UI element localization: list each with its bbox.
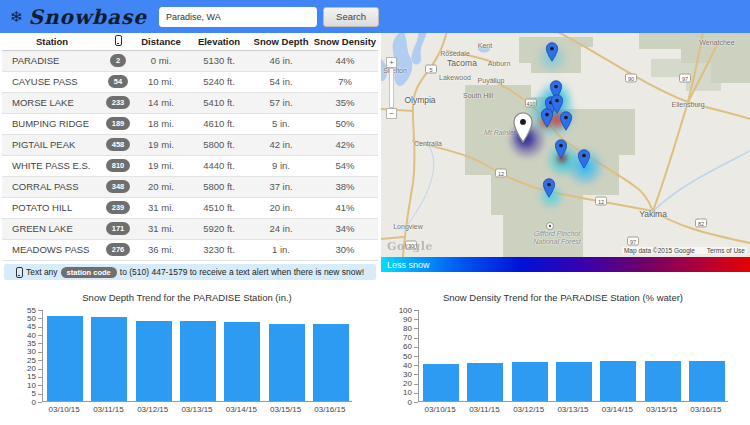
city-label: Puyallup (478, 77, 505, 84)
bar (180, 321, 216, 401)
y-axis-label: 45 (8, 322, 36, 331)
y-axis-label: 100 (384, 306, 412, 315)
y-axis-tick (414, 402, 418, 403)
station-code-badge: 171 (102, 218, 134, 239)
y-axis-tick (414, 310, 418, 311)
y-axis-label: 25 (8, 356, 36, 365)
zoom-in-button[interactable]: + (386, 57, 397, 68)
city-label: Tacoma (447, 58, 477, 68)
station-code-badge: 276 (106, 243, 131, 256)
phone-icon (16, 267, 23, 278)
y-axis-tick (38, 402, 42, 403)
y-axis-tick (414, 365, 418, 366)
map-pin-blue[interactable] (555, 139, 568, 163)
table-row[interactable]: MORSE LAKE23314 mi.5410 ft.57 in.35% (2, 92, 378, 113)
station-name: GREEN LAKE (2, 218, 102, 239)
y-axis-tick (38, 327, 42, 328)
bar (512, 362, 548, 401)
table-header-row: Station Distance Elevation Snow Depth Sn… (2, 33, 378, 50)
x-axis-label: 03/14/15 (219, 405, 263, 414)
legend-label: Less snow (381, 260, 430, 270)
nature-label: Gifford Pinchot (534, 230, 580, 237)
table-row[interactable]: CORRAL PASS34820 mi.5800 ft.37 in.38% (2, 176, 378, 197)
station-code-badge: 239 (106, 201, 131, 214)
elevation-cell: 3230 ft. (188, 239, 250, 260)
zoom-slider[interactable] (389, 68, 394, 108)
table-row[interactable]: GREEN LAKE17131 mi.5920 ft.24 in.34% (2, 218, 378, 239)
y-axis-tick (414, 393, 418, 394)
snow-density-cell: 38% (312, 176, 378, 197)
distance-cell: 31 mi. (134, 197, 188, 218)
snow-density-cell: 30% (312, 239, 378, 260)
map-pin-blue[interactable] (551, 94, 564, 118)
station-code-pill: station code (61, 267, 117, 278)
distance-cell: 20 mi. (134, 176, 188, 197)
bar (136, 321, 172, 401)
y-axis-label: 80 (384, 324, 412, 333)
map-pin-blue[interactable] (578, 149, 591, 173)
map[interactable]: + − Google Map data ©2015 Google Terms o… (381, 33, 750, 257)
distance-cell: 19 mi. (134, 134, 188, 155)
table-row[interactable]: WHITE PASS E.S.81019 mi.4440 ft.9 in.54% (2, 155, 378, 176)
station-code-badge: 810 (106, 159, 131, 172)
snow-depth-cell: 37 in. (250, 176, 312, 197)
map-pin-blue[interactable] (546, 42, 559, 66)
y-axis-label: 50 (384, 352, 412, 361)
map-pin-selected[interactable] (513, 112, 534, 147)
google-watermark: Google (387, 240, 433, 253)
search-button[interactable]: Search (323, 7, 379, 27)
city-label: Wenatchee (699, 39, 734, 46)
y-axis-label: 30 (8, 347, 36, 356)
snow-density-cell: 42% (312, 134, 378, 155)
y-axis-tick (38, 310, 42, 311)
table-row[interactable]: PARADISE20 mi.5130 ft.46 in.44% (2, 50, 378, 71)
snow-density-cell: 50% (312, 113, 378, 134)
x-axis-label: 03/13/15 (175, 405, 219, 414)
station-code-badge: 233 (106, 96, 131, 109)
station-name: BUMPING RIDGE (2, 113, 102, 134)
table-row[interactable]: POTATO HILL23931 mi.4510 ft.20 in.41% (2, 197, 378, 218)
search-input[interactable] (159, 7, 317, 27)
snow-depth-cell: 5 in. (250, 113, 312, 134)
y-axis-tick (38, 377, 42, 378)
bar (423, 364, 459, 401)
station-code-badge: 239 (102, 197, 134, 218)
snow-depth-cell: 1 in. (250, 239, 312, 260)
table-row[interactable]: PIGTAIL PEAK45819 mi.5800 ft.42 in.42% (2, 134, 378, 155)
map-pin-blue[interactable] (543, 178, 556, 202)
y-axis-tick (414, 347, 418, 348)
station-name: POTATO HILL (2, 197, 102, 218)
bar (224, 322, 260, 401)
y-axis-tick (414, 328, 418, 329)
terms-link[interactable]: Terms of Use (707, 247, 745, 254)
y-axis-label: 0 (8, 398, 36, 407)
station-name: CAYUSE PASS (2, 71, 102, 92)
stations-table: Station Distance Elevation Snow Depth Sn… (0, 33, 380, 261)
snow-depth-cell: 42 in. (250, 134, 312, 155)
station-code-badge: 189 (102, 113, 134, 134)
x-axis-label: 03/10/15 (418, 405, 462, 414)
road-shield: 97 (679, 74, 691, 83)
alert-text-after: to (510) 447-1579 to receive a text aler… (120, 267, 364, 277)
alert-text-before: Text any (26, 267, 58, 277)
zoom-out-button[interactable]: − (386, 108, 397, 119)
city-label: Olympia (404, 95, 435, 105)
table-row[interactable]: MEADOWS PASS27636 mi.3230 ft.1 in.30% (2, 239, 378, 260)
distance-cell: 14 mi. (134, 92, 188, 113)
x-axis-label: 03/10/15 (42, 405, 86, 414)
table-row[interactable]: BUMPING RIDGE18918 mi.4610 ft.5 in.50% (2, 113, 378, 134)
snow-density-cell: 41% (312, 197, 378, 218)
station-code-badge: 171 (106, 222, 131, 235)
elevation-cell: 4610 ft. (188, 113, 250, 134)
y-axis-label: 10 (384, 388, 412, 397)
phone-icon (115, 35, 122, 46)
x-axis-label: 03/12/15 (507, 405, 551, 414)
x-axis-label: 03/11/15 (86, 405, 130, 414)
bar (556, 362, 592, 401)
station-name: WHITE PASS E.S. (2, 155, 102, 176)
table-row[interactable]: CAYUSE PASS5410 mi.5240 ft.54 in.7% (2, 71, 378, 92)
distance-cell: 19 mi. (134, 155, 188, 176)
snowflake-icon: ❄ (10, 8, 23, 26)
city-label: Centralia (414, 140, 442, 147)
elevation-cell: 5240 ft. (188, 71, 250, 92)
